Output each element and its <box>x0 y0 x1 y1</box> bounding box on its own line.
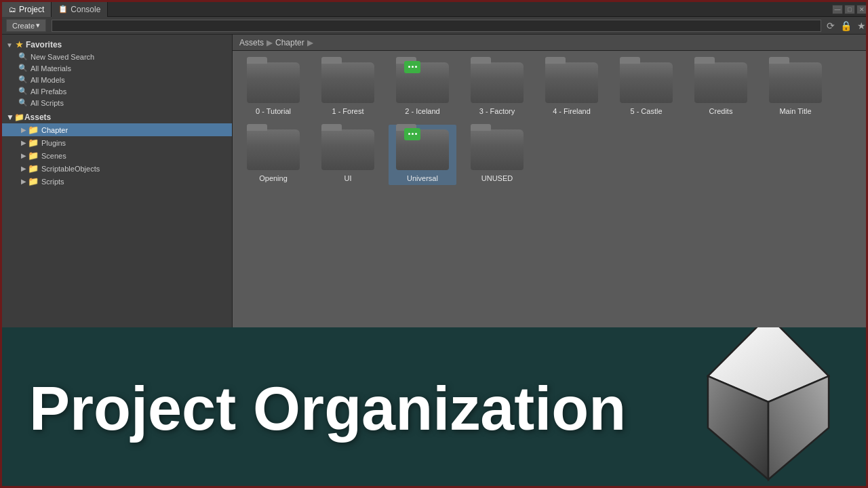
favorites-label: Favorites <box>26 40 62 49</box>
ui-label: UI <box>344 174 352 182</box>
maximize-button[interactable]: □ <box>844 5 855 14</box>
badge-dot-3 <box>415 66 417 68</box>
forest-folder-shape <box>321 62 374 103</box>
badge-dot-1 <box>408 66 410 68</box>
search-icon-materials: 🔍 <box>18 64 28 73</box>
file-tutorial[interactable]: 0 - Tutorial <box>239 58 307 118</box>
file-universal[interactable]: Universal <box>389 125 456 185</box>
sidebar-folder-scripts[interactable]: ▶ 📁 Scripts <box>2 175 232 188</box>
favorites-star: ★ <box>16 40 23 49</box>
iceland-folder-visual <box>395 60 450 104</box>
opening-folder-visual <box>246 127 300 171</box>
file-factory[interactable]: 3 - Factory <box>463 58 531 118</box>
all-models-label: All Models <box>31 76 65 84</box>
minimize-button[interactable]: — <box>832 5 843 14</box>
tab-bar: 🗂 Project 📋 Console — □ ✕ <box>2 2 868 17</box>
editor-area: 🗂 Project 📋 Console — □ ✕ Create ▾ ⟳ 🔒 ★ <box>2 2 868 327</box>
chapter-folder-icon: 📁 <box>28 125 39 135</box>
lock-icon[interactable]: 🔒 <box>840 20 852 31</box>
star-icon[interactable]: ★ <box>857 20 866 31</box>
ui-folder-shape <box>321 129 374 170</box>
close-button[interactable]: ✕ <box>856 5 867 14</box>
breadcrumb-sep-2: ▶ <box>307 38 313 47</box>
factory-folder-visual <box>470 60 524 104</box>
file-unused[interactable]: UNUSED <box>463 125 531 185</box>
favorites-arrow: ▼ <box>6 41 13 49</box>
unused-label: UNUSED <box>481 174 513 182</box>
all-scripts-label: All Scripts <box>31 99 64 107</box>
unused-folder-visual <box>470 127 524 171</box>
tab-project[interactable]: 🗂 Project <box>2 2 52 17</box>
window-controls: — □ ✕ <box>829 5 868 14</box>
file-ui[interactable]: UI <box>314 125 382 185</box>
search-icon-models: 🔍 <box>18 75 28 84</box>
sidebar-item-all-scripts[interactable]: 🔍 All Scripts <box>2 97 232 108</box>
refresh-icon[interactable]: ⟳ <box>827 20 835 31</box>
create-dropdown-icon: ▾ <box>36 21 40 30</box>
scripts-arrow: ▶ <box>21 178 26 185</box>
all-materials-label: All Materials <box>31 64 71 73</box>
all-prefabs-label: All Prefabs <box>31 87 66 96</box>
scriptableobjects-label: ScriptableObjects <box>41 165 100 173</box>
search-input[interactable] <box>52 20 821 32</box>
sidebar-item-all-models[interactable]: 🔍 All Models <box>2 74 232 85</box>
sidebar-folder-plugins[interactable]: ▶ 📁 Plugins <box>2 136 232 149</box>
opening-folder-shape <box>247 129 300 170</box>
file-credits[interactable]: Credits <box>687 58 755 118</box>
file-main-title[interactable]: Main Title <box>762 58 829 118</box>
unused-folder-shape <box>471 129 524 170</box>
assets-arrow: ▼ <box>6 113 14 122</box>
fireland-folder-shape <box>545 62 598 103</box>
scripts-folder-icon: 📁 <box>28 176 39 186</box>
favorites-header[interactable]: ▼ ★ Favorites <box>2 39 232 51</box>
universal-label: Universal <box>407 174 438 182</box>
sidebar-item-all-prefabs[interactable]: 🔍 All Prefabs <box>2 85 232 97</box>
file-fireland[interactable]: 4 - Fireland <box>538 58 606 118</box>
plugins-label: Plugins <box>41 139 66 147</box>
tab-console[interactable]: 📋 Console <box>52 2 108 17</box>
console-tab-icon: 📋 <box>58 5 68 14</box>
factory-label: 3 - Factory <box>479 107 515 115</box>
create-button[interactable]: Create ▾ <box>6 19 46 32</box>
sidebar-folder-scriptableobjects[interactable]: ▶ 📁 ScriptableObjects <box>2 162 232 175</box>
scripts-label: Scripts <box>41 178 64 186</box>
castle-folder-visual <box>619 60 673 104</box>
file-opening[interactable]: Opening <box>239 125 307 185</box>
assets-header[interactable]: ▼ 📁 Assets <box>2 111 232 123</box>
tutorial-label: 0 - Tutorial <box>256 107 291 115</box>
forest-label: 1 - Forest <box>332 107 363 115</box>
file-castle[interactable]: 5 - Castle <box>612 58 680 118</box>
breadcrumb-assets[interactable]: Assets <box>239 38 264 47</box>
iceland-badge <box>404 61 420 73</box>
tutorial-folder-visual <box>246 60 300 104</box>
universal-badge-dot-1 <box>408 133 410 135</box>
sidebar: ▼ ★ Favorites 🔍 New Saved Search 🔍 All M… <box>2 35 233 327</box>
universal-folder-shape <box>396 129 449 170</box>
main-content: ▼ ★ Favorites 🔍 New Saved Search 🔍 All M… <box>2 35 868 327</box>
right-panel: Assets ▶ Chapter ▶ 0 - Tutorial <box>233 35 868 327</box>
project-tab-icon: 🗂 <box>9 5 16 14</box>
universal-folder-visual <box>395 127 450 171</box>
search-icon-scripts: 🔍 <box>18 98 28 107</box>
chapter-label: Chapter <box>41 126 68 134</box>
factory-folder-shape <box>471 62 524 103</box>
sidebar-item-new-saved-search[interactable]: 🔍 New Saved Search <box>2 51 232 62</box>
sidebar-folder-chapter[interactable]: ▶ 📁 Chapter <box>2 123 232 136</box>
assets-label: Assets <box>24 113 51 122</box>
sidebar-folder-scenes[interactable]: ▶ 📁 Scenes <box>2 149 232 162</box>
file-grid: 0 - Tutorial 1 - Forest <box>239 58 863 185</box>
scenes-label: Scenes <box>41 152 66 160</box>
scenes-folder-icon: 📁 <box>28 150 39 161</box>
sidebar-item-all-materials[interactable]: 🔍 All Materials <box>2 62 232 74</box>
ui-folder-visual <box>321 127 375 171</box>
bottom-panel: Project Organization <box>2 327 868 488</box>
universal-badge-dot-2 <box>412 133 414 135</box>
search-icon-prefabs: 🔍 <box>18 87 28 96</box>
castle-folder-shape <box>620 62 673 103</box>
fireland-folder-visual <box>545 60 599 104</box>
file-iceland[interactable]: 2 - Iceland <box>389 58 456 118</box>
tutorial-folder-shape <box>247 62 300 103</box>
file-forest[interactable]: 1 - Forest <box>314 58 382 118</box>
iceland-folder-shape <box>396 62 449 103</box>
breadcrumb-chapter[interactable]: Chapter <box>275 38 304 47</box>
